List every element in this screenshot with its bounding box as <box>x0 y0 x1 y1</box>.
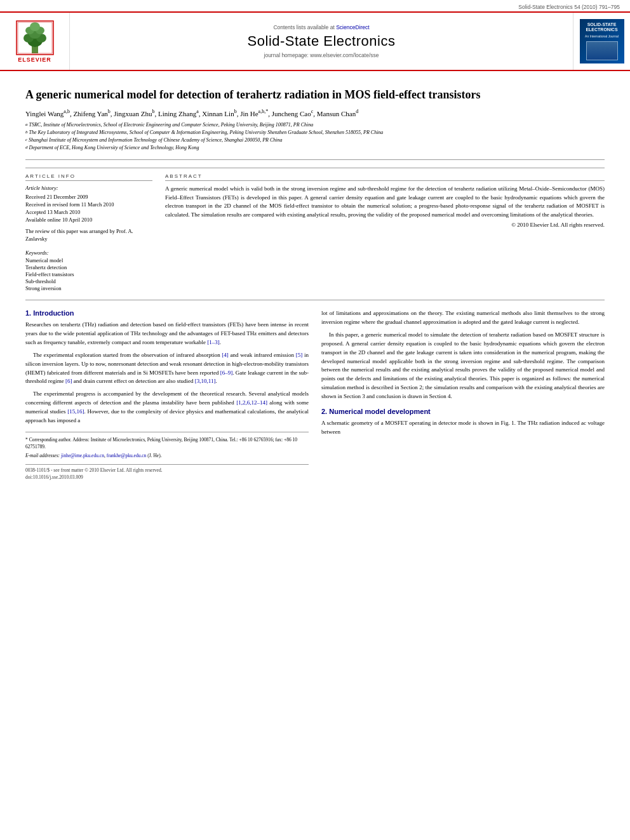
accepted-date: Accepted 13 March 2010 <box>25 209 152 215</box>
article-title-section: A generic numerical model for detection … <box>25 77 605 160</box>
keyword-1: Numerical model <box>25 257 152 263</box>
ref-1-2-6-12-14[interactable]: [1,2,6,12–14] <box>236 399 267 406</box>
elsevier-tree-icon <box>16 20 54 55</box>
sciencedirect-link[interactable]: ScienceDirect <box>336 24 369 30</box>
intro-right-para-2: In this paper, a generic numerical model… <box>321 331 605 402</box>
ref-5[interactable]: [5] <box>296 352 303 358</box>
ref-3-10-11[interactable]: [3,10,11] <box>195 378 216 384</box>
history-label: Article history: <box>25 185 152 191</box>
journal-header-center: Contents lists available at ScienceDirec… <box>70 13 573 70</box>
copyright-line: © 2010 Elsevier Ltd. All rights reserved… <box>165 222 605 228</box>
article-info-abstract: ARTICLE INFO Article history: Received 2… <box>25 168 605 292</box>
authors-line: Yinglei Wanga,b, Zhifeng Yanb, Jingxuan … <box>25 109 605 117</box>
page-footer: 0038-1101/$ - see front matter © 2010 El… <box>25 464 309 473</box>
intro-para-1: Researches on terahertz (THz) radiation … <box>25 321 309 347</box>
journal-logo-subtitle: An International Journal <box>585 34 619 38</box>
elsevier-logo-container: ELSEVIER <box>0 13 70 70</box>
divider <box>25 300 605 300</box>
article-title: A generic numerical model for detection … <box>25 88 605 102</box>
main-content: A generic numerical model for detection … <box>0 77 630 480</box>
intro-para-2: The experimental exploration started fro… <box>25 351 309 387</box>
svg-point-7 <box>30 22 40 31</box>
ref-4[interactable]: [4] <box>222 352 229 358</box>
footer-doi: doi:10.1016/j.sse.2010.03.009 <box>25 473 309 480</box>
section2-para-1: A schematic geometry of a MOSFET operati… <box>321 419 605 437</box>
keyword-4: Sub-threshold <box>25 278 152 284</box>
affil-b: b The Key Laboratory of Integrated Micro… <box>25 129 605 137</box>
footer-issn: 0038-1101/$ - see front matter © 2010 El… <box>25 467 163 473</box>
affil-d: d Department of ECE, Hong Kong Universit… <box>25 144 605 152</box>
available-date: Available online 10 April 2010 <box>25 217 152 223</box>
abstract-col: ABSTRACT A generic numerical model which… <box>165 173 605 292</box>
received-date: Received 21 December 2009 <box>25 194 152 200</box>
elsevier-logo: ELSEVIER <box>16 20 54 63</box>
abstract-header: ABSTRACT <box>165 173 605 181</box>
journal-ref-text: Solid-State Electronics 54 (2010) 791–79… <box>518 4 620 10</box>
journal-logo-right: SOLID-STATEELECTRONICS An International … <box>573 13 630 70</box>
journal-logo-title: SOLID-STATEELECTRONICS <box>586 22 617 33</box>
ref-6b[interactable]: [6] <box>65 378 72 384</box>
affil-c: c Shanghai Institute of Microsystem and … <box>25 137 605 144</box>
footnote-email: E-mail addresses: jinhe@ime.pku.edu.cn, … <box>25 452 309 459</box>
review-note: The review of this paper was arranged by… <box>25 228 152 243</box>
email-link-1[interactable]: jinhe@ime.pku.edu.cn <box>61 453 104 458</box>
affiliations: a TSRC, Institute of Microelectronics, S… <box>25 121 605 152</box>
journal-logo-image <box>586 41 618 60</box>
article-info-header: ARTICLE INFO <box>25 173 152 181</box>
keyword-3: Field-effect transistors <box>25 271 152 277</box>
keywords-label: Keywords: <box>25 250 152 256</box>
keyword-5: Strong inversion <box>25 285 152 291</box>
journal-logo-box: SOLID-STATEELECTRONICS An International … <box>580 19 624 63</box>
footnote-corresponding: * Corresponding author. Address: Institu… <box>25 436 309 451</box>
ref-15-16[interactable]: [15,16] <box>67 408 84 415</box>
journal-header: ELSEVIER Contents lists available at Sci… <box>0 11 630 71</box>
section2-title: 2. Numerical model development <box>321 408 605 415</box>
body-left-col: 1. Introduction Researches on terahertz … <box>25 309 309 480</box>
sciencedirect-line: Contents lists available at ScienceDirec… <box>273 24 369 30</box>
intro-para-3: The experimental progress is accompanied… <box>25 390 309 425</box>
ref-1-3[interactable]: [1–3] <box>207 339 220 345</box>
intro-right-para-1: lot of limitations and approximations on… <box>321 309 605 327</box>
page-wrapper: Solid-State Electronics 54 (2010) 791–79… <box>0 0 630 840</box>
ref-6-9[interactable]: [6–9] <box>220 370 233 376</box>
keyword-2: Terahertz detection <box>25 264 152 270</box>
affil-a: a TSRC, Institute of Microelectronics, S… <box>25 121 605 129</box>
journal-reference: Solid-State Electronics 54 (2010) 791–79… <box>0 0 630 11</box>
homepage-line: journal homepage: www.elsevier.com/locat… <box>264 52 379 58</box>
body-content: 1. Introduction Researches on terahertz … <box>25 309 605 480</box>
journal-title: Solid-State Electronics <box>248 33 396 50</box>
elsevier-text: ELSEVIER <box>18 57 51 63</box>
section1-title: 1. Introduction <box>25 309 309 317</box>
body-right-col: lot of limitations and approximations on… <box>321 309 605 480</box>
revised-date: Received in revised form 11 March 2010 <box>25 201 152 208</box>
footnote-area: * Corresponding author. Address: Institu… <box>25 432 309 459</box>
abstract-text: A generic numerical model which is valid… <box>165 185 605 219</box>
email-link-2[interactable]: frankhe@pku.edu.cn <box>107 453 147 458</box>
article-info-col: ARTICLE INFO Article history: Received 2… <box>25 173 152 292</box>
